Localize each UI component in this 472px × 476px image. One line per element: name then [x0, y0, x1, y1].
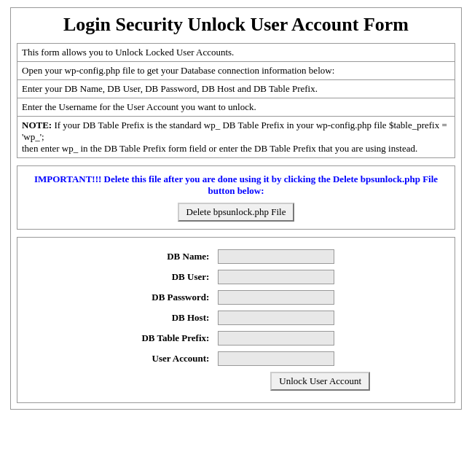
submit-row: Unlock User Account [98, 369, 374, 394]
db-password-label: DB Password: [98, 287, 213, 308]
page-wrapper: Login Security Unlock User Account Form … [10, 7, 462, 410]
note-label: NOTE: [22, 120, 52, 130]
note-text: If your DB Table Prefix is the standard … [22, 120, 447, 154]
info-row-1: This form allows you to Unlock Locked Us… [17, 44, 455, 62]
delete-file-button[interactable]: Delete bpsunlock.php File [178, 203, 295, 222]
db-table-prefix-input[interactable] [218, 331, 334, 346]
db-password-row: DB Password: [98, 287, 374, 308]
info-row-2-text: Open your wp-config.php file to get your… [17, 62, 455, 80]
info-row-1-text: This form allows you to Unlock Locked Us… [17, 44, 455, 62]
db-host-input[interactable] [218, 311, 334, 325]
db-table-prefix-row: DB Table Prefix: [98, 328, 374, 348]
db-name-input[interactable] [218, 249, 334, 264]
important-text: IMPORTANT!!! Delete this file after you … [25, 173, 447, 197]
db-table-prefix-label: DB Table Prefix: [98, 328, 213, 348]
db-name-row: DB Name: [98, 246, 374, 267]
db-host-label: DB Host: [98, 308, 213, 328]
db-password-input[interactable] [218, 290, 334, 305]
info-row-2: Open your wp-config.php file to get your… [17, 62, 455, 80]
form-table: DB Name: DB User: DB Password: DB Host: … [98, 246, 374, 394]
page-title: Login Security Unlock User Account Form [17, 14, 455, 36]
info-row-4-text: Enter the Username for the User Account … [17, 98, 455, 117]
db-user-label: DB User: [98, 267, 213, 287]
db-user-row: DB User: [98, 267, 374, 287]
info-row-4: Enter the Username for the User Account … [17, 98, 455, 117]
info-row-3: Enter your DB Name, DB User, DB Password… [17, 80, 455, 98]
user-account-input[interactable] [218, 351, 334, 366]
db-user-input[interactable] [218, 270, 334, 284]
db-host-row: DB Host: [98, 308, 374, 328]
form-section: DB Name: DB User: DB Password: DB Host: … [17, 237, 455, 403]
user-account-row: User Account: [98, 348, 374, 369]
unlock-user-account-button[interactable]: Unlock User Account [270, 372, 370, 391]
user-account-label: User Account: [98, 348, 213, 369]
info-table: This form allows you to Unlock Locked Us… [17, 43, 455, 158]
db-name-label: DB Name: [98, 246, 213, 267]
important-box: IMPORTANT!!! Delete this file after you … [17, 165, 455, 230]
info-row-3-text: Enter your DB Name, DB User, DB Password… [17, 80, 455, 98]
note-row: NOTE: If your DB Table Prefix is the sta… [17, 117, 455, 158]
